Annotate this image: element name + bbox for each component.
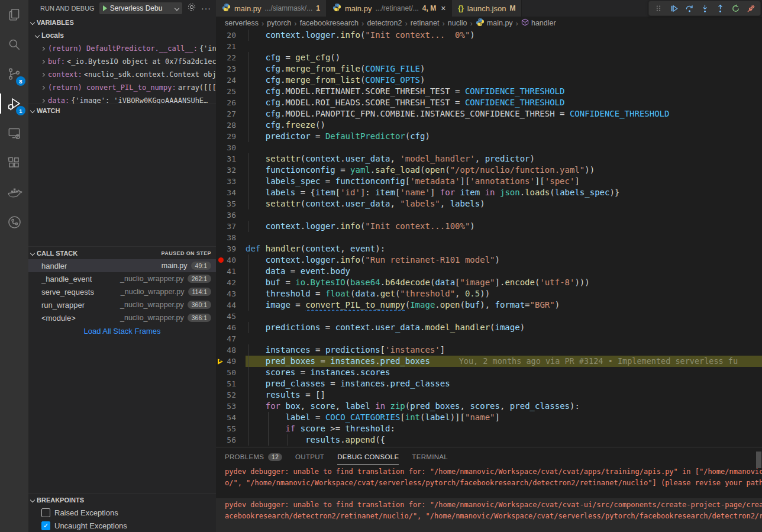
code-text[interactable] (246, 209, 762, 221)
breadcrumb-item-pytorch[interactable]: pytorch (267, 19, 291, 27)
code-text[interactable]: context.logger.info("Run retinanet-R101 … (246, 254, 762, 266)
code-line-24[interactable]: 24 cfg.merge_from_list(CONFIG_OPTS) (216, 75, 762, 86)
code-line-48[interactable]: 48 instances = predictions['instances'] (216, 344, 762, 356)
breadcrumb-item-detectron2[interactable]: detectron2 (367, 19, 402, 27)
gutter[interactable]: 50 (216, 367, 246, 378)
code-text[interactable] (246, 311, 762, 322)
disconnect-button[interactable] (744, 2, 758, 15)
breadcrumb-item-handler[interactable]: handler (521, 18, 556, 28)
code-text[interactable]: cfg.MODEL.PANOPTIC_FPN.COMBINE.INSTANCES… (246, 108, 762, 120)
gutter[interactable]: 27 (216, 108, 246, 120)
code-text[interactable]: pred_classes = instances.pred_classes (246, 378, 762, 389)
gutter[interactable]: 55 (216, 423, 246, 434)
code-line-38[interactable]: 38 (216, 232, 762, 243)
gutter[interactable]: 36 (216, 209, 246, 221)
code-line-36[interactable]: 36 (216, 209, 762, 221)
stack-frame-row[interactable]: <module>_nuclio_wrapper.py366:1 (28, 311, 216, 324)
gutter[interactable]: 37 (216, 221, 246, 232)
load-all-stack-frames-link[interactable]: Load All Stack Frames (28, 324, 216, 337)
breakpoint-checkbox[interactable]: ✓ (41, 521, 50, 530)
gutter[interactable]: 44 (216, 299, 246, 311)
code-text[interactable] (246, 41, 762, 52)
gutter[interactable]: 40 (216, 254, 246, 266)
code-line-27[interactable]: 27 cfg.MODEL.PANOPTIC_FPN.COMBINE.INSTAN… (216, 108, 762, 120)
code-text[interactable]: predictions = context.user_data.model_ha… (246, 322, 762, 333)
watch-section-header[interactable]: WATCH (28, 104, 216, 117)
breakpoint-checkbox[interactable] (41, 508, 50, 517)
tab-main-py-0[interactable]: main.py.../siammask/...1 (216, 0, 327, 17)
gutter[interactable]: 54 (216, 412, 246, 423)
code-line-34[interactable]: 34 labels = {item['id']: item['name'] fo… (216, 187, 762, 198)
code-text[interactable]: instances = predictions['instances'] (246, 344, 762, 356)
breakpoint-dot[interactable] (218, 257, 224, 263)
gutter[interactable]: 26 (216, 97, 246, 108)
panel-tab-debug-console[interactable]: DEBUG CONSOLE (337, 447, 399, 465)
gutter[interactable]: 32 (216, 165, 246, 176)
code-text[interactable]: image = convert_PIL_to_numpy(Image.open(… (246, 299, 762, 311)
code-line-55[interactable]: 55 if score >= threshold: (216, 423, 762, 434)
start-debug-icon[interactable] (103, 5, 107, 11)
code-line-40[interactable]: 40 context.logger.info("Run retinanet-R1… (216, 254, 762, 266)
code-text[interactable]: cfg = get_cfg() (246, 52, 762, 63)
code-line-26[interactable]: 26 cfg.MODEL.ROI_HEADS.SCORE_THRESH_TEST… (216, 97, 762, 108)
code-line-42[interactable]: 42 buf = io.BytesIO(base64.b64decode(dat… (216, 277, 762, 288)
code-text[interactable]: pred_boxes = instances.pred_boxesYou, 2 … (246, 356, 762, 367)
gutter[interactable]: 56 (216, 434, 246, 446)
extensions-icon[interactable] (0, 148, 28, 178)
variable-row[interactable]: data: {'image': 'iVBORw0KGgoAAAANSUhE… (28, 94, 216, 104)
gutter[interactable]: 34 (216, 187, 246, 198)
gutter[interactable]: 24 (216, 75, 246, 86)
call-stack-section-header[interactable]: CALL STACK PAUSED ON STEP (28, 246, 216, 259)
gutter[interactable]: 25 (216, 86, 246, 97)
gutter[interactable]: 30 (216, 142, 246, 153)
gutter[interactable]: 22 (216, 52, 246, 63)
variable-row[interactable]: context: <nuclio_sdk.context.Context obj… (28, 68, 216, 81)
code-text[interactable]: setattr(context.user_data, 'model_handle… (246, 153, 762, 165)
code-text[interactable]: buf = io.BytesIO(base64.b64decode(data["… (246, 277, 762, 288)
explorer-icon[interactable] (0, 0, 28, 30)
code-line-31[interactable]: 31 setattr(context.user_data, 'model_han… (216, 153, 762, 165)
code-line-50[interactable]: 50 scores = instances.scores (216, 367, 762, 378)
code-text[interactable]: setattr(context.user_data, "labels", lab… (246, 198, 762, 209)
gutter[interactable]: 45 (216, 311, 246, 322)
gutter[interactable]: 39 (216, 243, 246, 254)
code-editor[interactable]: 20 context.logger.info("Init context... … (216, 30, 762, 447)
code-line-45[interactable]: 45 (216, 311, 762, 322)
gutter[interactable]: 31 (216, 153, 246, 165)
source-control-icon[interactable]: 8 (0, 59, 28, 89)
launch-config-dropdown[interactable]: Serverless Debu (99, 2, 182, 14)
code-line-41[interactable]: 41 data = event.body (216, 266, 762, 277)
code-text[interactable] (246, 333, 762, 344)
code-line-46[interactable]: 46 predictions = context.user_data.model… (216, 322, 762, 333)
code-text[interactable]: results = [] (246, 389, 762, 401)
gutter[interactable]: 48 (216, 344, 246, 356)
variable-row[interactable]: (return) convert_PIL_to_numpy: array([[[… (28, 81, 216, 94)
stack-frame-row[interactable]: handlermain.py49:1 (28, 259, 216, 272)
step-over-button[interactable] (682, 2, 696, 15)
breadcrumb-item-retinanet[interactable]: retinanet (411, 19, 440, 27)
code-text[interactable]: context.logger.info("Init context... 0%"… (246, 30, 762, 41)
code-line-43[interactable]: 43 threshold = float(data.get("threshold… (216, 288, 762, 299)
gear-icon[interactable] (187, 2, 196, 14)
code-line-30[interactable]: 30 (216, 142, 762, 153)
code-line-47[interactable]: 47 (216, 333, 762, 344)
stack-frame-row[interactable]: run_wrapper_nuclio_wrapper.py360:1 (28, 298, 216, 311)
step-into-button[interactable] (698, 2, 712, 15)
gutter[interactable]: 53 (216, 401, 246, 412)
variable-row[interactable]: (return) DefaultPredictor.__call__: {'in… (28, 42, 216, 55)
breakpoint-row[interactable]: Raised Exceptions (28, 506, 216, 519)
breadcrumb-item-main.py[interactable]: main.py (476, 18, 513, 28)
gutter[interactable]: 41 (216, 266, 246, 277)
code-text[interactable]: functionconfig = yaml.safe_load(open("/o… (246, 165, 762, 176)
code-line-53[interactable]: 53 for box, score, label in zip(pred_box… (216, 401, 762, 412)
code-line-28[interactable]: 28 cfg.freeze() (216, 120, 762, 131)
code-line-39[interactable]: 39def handler(context, event): (216, 243, 762, 254)
more-actions-icon[interactable]: ··· (201, 4, 211, 13)
breakpoint-row[interactable]: ✓Uncaught Exceptions (28, 519, 216, 532)
code-text[interactable]: labels_spec = functionconfig['metadata']… (246, 176, 762, 187)
code-line-44[interactable]: 44 image = convert_PIL_to_numpy(Image.op… (216, 299, 762, 311)
code-text[interactable]: cfg.merge_from_list(CONFIG_OPTS) (246, 75, 762, 86)
code-text[interactable]: def handler(context, event): (246, 243, 762, 254)
code-line-20[interactable]: 20 context.logger.info("Init context... … (216, 30, 762, 41)
gripper-icon[interactable] (651, 2, 666, 15)
